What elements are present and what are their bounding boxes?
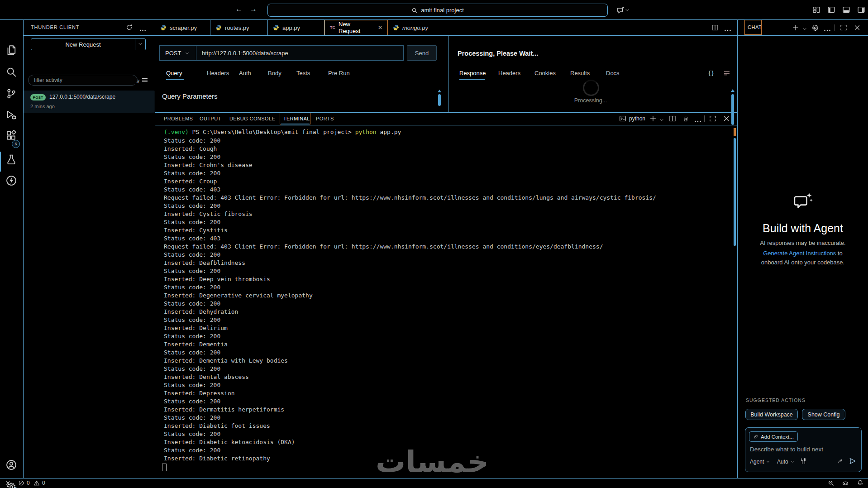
copilot-chat-icon[interactable]	[616, 6, 630, 14]
request-tab-prerun[interactable]: Pre Run	[328, 67, 350, 80]
new-request-dropdown-icon[interactable]	[135, 40, 145, 48]
chat-empty-title: Build with Agent	[738, 222, 868, 235]
toggle-primary-sidebar-icon[interactable]	[827, 6, 835, 15]
tab-routes-py[interactable]: routes.py	[210, 20, 268, 35]
wrap-lines-icon[interactable]	[723, 70, 730, 78]
tab-app-py[interactable]: app.py	[268, 20, 324, 35]
customize-layout-icon[interactable]	[812, 6, 820, 15]
request-tab-body[interactable]: Body	[268, 67, 281, 80]
toggle-secondary-sidebar-icon[interactable]	[857, 6, 865, 15]
panel-more-actions-icon[interactable]	[694, 117, 701, 125]
terminal-scrollbar[interactable]	[734, 138, 736, 246]
maximize-panel-icon[interactable]	[709, 115, 716, 124]
add-context-button[interactable]: Add Context...	[749, 431, 798, 442]
more-actions-icon[interactable]	[139, 26, 146, 34]
panel-tab-ports[interactable]: PORTS	[316, 113, 334, 124]
panel-tab-output[interactable]: OUTPUT	[200, 113, 221, 124]
new-request-button[interactable]: New Request	[31, 38, 146, 50]
chat-divider[interactable]	[737, 20, 738, 478]
editor-more-actions-icon[interactable]	[724, 26, 731, 34]
warning-count[interactable]: 0	[42, 480, 45, 486]
request-scrollbar[interactable]	[438, 94, 441, 106]
search-view-icon[interactable]	[6, 67, 17, 79]
send-button[interactable]: Send	[407, 45, 437, 61]
zoom-out-icon[interactable]	[828, 480, 834, 488]
active-tab-underline	[459, 79, 485, 80]
chat-mode-picker[interactable]: Agent	[750, 459, 770, 465]
terminal-output[interactable]: Status code: 200Inserted: CoughStatus co…	[164, 137, 732, 463]
response-scrollbar[interactable]	[731, 94, 734, 125]
url-input[interactable]: http://127.0.0.1:5000/data/scrape	[196, 45, 404, 61]
toggle-panel-icon[interactable]	[842, 6, 850, 15]
panel-tab-debug-console[interactable]: DEBUG CONSOLE	[229, 113, 275, 124]
terminal-dropdown-icon[interactable]	[659, 116, 664, 124]
scroll-up-arrow[interactable]	[438, 90, 441, 92]
url-value: http://127.0.0.1:5000/data/scrape	[196, 50, 288, 57]
response-tab-headers[interactable]: Headers	[498, 67, 520, 80]
terminal-command-decoration	[734, 128, 736, 136]
disclaimer-text: AI responses may be inaccurate.	[760, 239, 845, 246]
send-icon[interactable]	[849, 457, 856, 467]
close-chat-icon[interactable]	[854, 24, 861, 33]
close-icon[interactable]: ✕	[374, 24, 382, 31]
maximize-chat-icon[interactable]	[840, 24, 847, 33]
request-tab-query[interactable]: Query	[166, 67, 182, 80]
terminal-line: Inserted: Depression	[164, 389, 732, 397]
chat-settings-icon[interactable]	[811, 24, 819, 33]
account-icon[interactable]	[6, 459, 17, 472]
forward-icon[interactable]: →	[250, 5, 257, 13]
sidebar-divider[interactable]	[155, 20, 155, 478]
kill-terminal-icon[interactable]	[682, 115, 689, 124]
activity-history-item[interactable]: POST 127.0.0.1:5000/data/scrape 2 mins a…	[24, 91, 155, 113]
redo-arrow-icon[interactable]	[837, 458, 844, 466]
panel-tabs-divider	[155, 125, 737, 125]
scroll-up-arrow[interactable]	[731, 89, 734, 92]
refresh-icon[interactable]	[126, 24, 133, 33]
terminal-line: Inserted: Dementia	[164, 340, 732, 349]
tab-scraper-py[interactable]: scraper.py	[155, 20, 210, 35]
chat-model-picker[interactable]: Auto	[777, 459, 795, 465]
format-json-icon[interactable]: {}	[708, 67, 714, 80]
run-debug-icon[interactable]	[6, 110, 17, 122]
warnings-icon[interactable]	[33, 480, 40, 488]
panel-tab-problems[interactable]: PROBLEMS	[164, 113, 193, 124]
tab-new-request[interactable]: TC New Request ✕	[324, 20, 388, 35]
new-terminal-icon[interactable]	[649, 115, 657, 124]
thunder-client-icon[interactable]	[6, 175, 17, 188]
tab-mongo-py[interactable]: mongo.py	[388, 20, 446, 35]
chat-more-actions-icon[interactable]	[824, 26, 831, 34]
back-icon[interactable]: ←	[235, 5, 243, 13]
explorer-icon[interactable]	[6, 45, 17, 57]
generate-instructions-link[interactable]: Generate Agent Instructions	[763, 250, 836, 257]
shell-label[interactable]: python	[629, 113, 645, 124]
show-config-button[interactable]: Show Config	[802, 409, 845, 420]
error-count[interactable]: 0	[27, 480, 30, 486]
build-workspace-button[interactable]: Build Workspace	[745, 409, 798, 420]
filter-activity-input[interactable]: filter activity	[28, 75, 138, 86]
new-chat-icon[interactable]	[792, 24, 799, 33]
copilot-status-icon[interactable]	[842, 480, 849, 488]
request-tab-tests[interactable]: Tests	[296, 67, 310, 80]
split-editor-icon[interactable]	[711, 24, 719, 33]
testing-icon[interactable]	[6, 154, 17, 167]
response-tab-docs[interactable]: Docs	[606, 67, 620, 80]
close-panel-icon[interactable]	[723, 115, 730, 124]
source-control-icon[interactable]	[6, 88, 17, 101]
response-tab-response[interactable]: Response	[459, 67, 486, 80]
request-tab-headers[interactable]: Headers	[207, 67, 229, 80]
python-icon	[215, 24, 222, 31]
command-center-search[interactable]: amit final project	[267, 4, 608, 17]
notifications-bell-icon[interactable]	[857, 480, 863, 488]
menu-icon[interactable]	[141, 77, 148, 86]
response-tab-cookies[interactable]: Cookies	[534, 67, 556, 80]
chat-dropdown-icon[interactable]	[802, 25, 807, 33]
request-response-divider[interactable]	[448, 35, 448, 112]
request-tab-auth[interactable]: Auth	[239, 67, 251, 80]
method-select[interactable]: POST	[159, 45, 196, 61]
split-terminal-icon[interactable]	[669, 115, 676, 124]
remote-indicator-icon[interactable]	[5, 480, 11, 488]
errors-icon[interactable]	[18, 480, 24, 488]
chat-input-box[interactable]: Add Context... Describe what to build ne…	[745, 427, 862, 472]
response-tab-results[interactable]: Results	[570, 67, 590, 80]
tools-icon[interactable]	[800, 458, 806, 466]
